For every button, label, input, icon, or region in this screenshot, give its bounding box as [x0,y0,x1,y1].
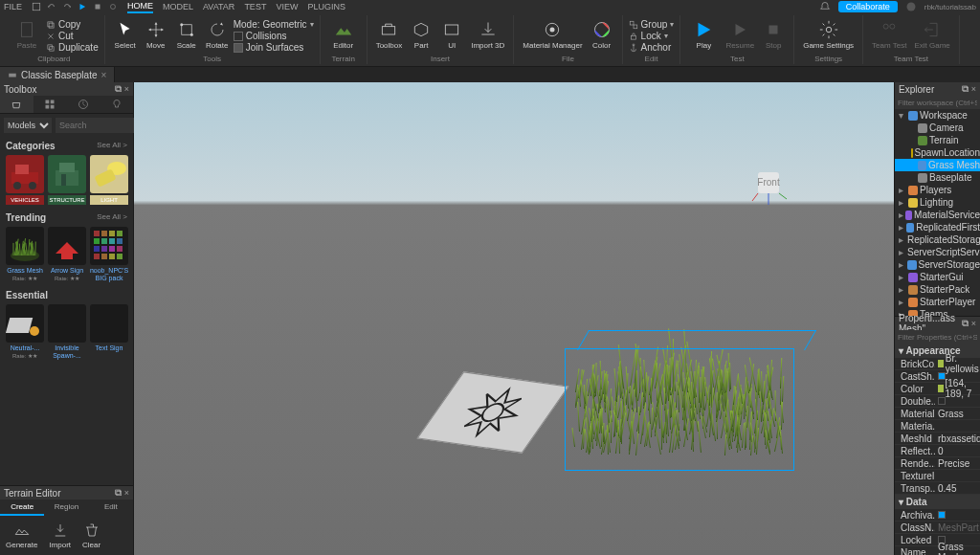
explorer-undock-icon[interactable]: ⧉ [962,83,969,95]
redo-icon[interactable] [62,2,72,11]
essential-asset-2[interactable]: Text Sign [90,304,128,360]
prop-name[interactable]: NameGrass Mesh [895,546,980,555]
creations-tab[interactable] [100,96,133,113]
recent-tab[interactable] [67,96,100,113]
properties-filter-input[interactable] [895,330,980,344]
collisions-toggle[interactable]: Collisions [234,31,314,41]
tree-node-players[interactable]: ▸Players [895,184,980,196]
import-3d-button[interactable]: Import 3D [468,17,507,52]
play-icon[interactable] [78,2,87,11]
prop-classn[interactable]: ClassN...MeshPart [895,522,980,534]
loop-icon[interactable] [108,2,118,11]
anchor-button[interactable]: Anchor [629,42,675,53]
scale-tool[interactable]: Scale [172,17,201,52]
file-menu[interactable]: FILE [4,2,22,11]
prop-meshid[interactable]: MeshIdrbxassetid://76 [895,433,980,445]
explorer-close-icon[interactable]: × [971,84,976,94]
select-tool[interactable]: Select [111,17,140,52]
plugins-tab[interactable]: PLUGINS [307,2,345,11]
prop-brickco[interactable]: BrickCo...Br. yellowis [895,358,980,370]
tree-node-camera[interactable]: Camera [895,122,980,134]
game-settings-button[interactable]: Game Settings [800,17,857,52]
trending-seeall[interactable]: See All > [97,212,127,223]
paste-button[interactable]: Paste [10,17,44,52]
prop-archiva[interactable]: Archiva... [895,509,980,522]
tree-node-materialservice[interactable]: ▸MaterialService [895,209,980,221]
duplicate-button[interactable]: Duplicate [46,42,99,53]
tree-node-lighting[interactable]: ▸Lighting [895,196,980,209]
view-selector[interactable]: Front [750,168,789,207]
explorer-filter-input[interactable] [895,96,980,109]
terrain-import-button[interactable]: Import [49,522,71,549]
3d-viewport[interactable]: Front [134,82,894,555]
home-tab[interactable]: HOME [127,1,153,13]
model-tab[interactable]: MODEL [163,2,193,11]
save-icon[interactable] [32,2,41,11]
tree-node-starterplayer[interactable]: ▸StarterPlayer [895,296,980,308]
properties-undock-icon[interactable]: ⧉ [962,318,969,329]
category-vehicles[interactable]: VEHICLES [6,155,44,205]
prop-rende[interactable]: Rende...Precise [895,457,980,470]
properties-close-icon[interactable]: × [971,319,976,328]
document-tab[interactable]: Classic Baseplate × [0,67,115,82]
inventory-tab[interactable] [33,96,67,113]
tree-node-baseplate[interactable]: Baseplate [895,171,980,184]
terrain-close-icon[interactable]: × [124,488,129,498]
cut-button[interactable]: Cut [46,31,99,41]
tab-close-icon[interactable]: × [100,70,106,80]
data-category[interactable]: ▾ Data [895,495,980,509]
toolbox-button[interactable]: Toolbox [373,17,406,52]
tree-node-serverstorage[interactable]: ▸ServerStorage [895,258,980,271]
rotate-tool[interactable]: Rotate [203,17,232,52]
tree-node-starterpack[interactable]: ▸StarterPack [895,283,980,296]
essential-asset-0[interactable]: Neutral-...Rate: ★★ [6,304,44,360]
prop-materia[interactable]: Materia... [895,420,980,433]
trending-asset-0[interactable]: Grass MeshRate: ★★ [6,227,44,282]
terrain-generate-button[interactable]: Generate [6,522,37,549]
tree-node-replicatedstorage[interactable]: ▸ReplicatedStorage [895,233,980,246]
group-button[interactable]: Group▾ [629,19,675,30]
move-tool[interactable]: Move [142,17,170,52]
prop-textureid[interactable]: TextureID [895,470,980,482]
spawn-location-object[interactable] [416,371,568,453]
terrain-undock-icon[interactable]: ⧉ [115,487,122,499]
essential-asset-1[interactable]: Invisible Spawn-... [48,304,86,360]
prop-color[interactable]: Color[164, 189, 7 [895,383,980,395]
tree-node-startergui[interactable]: ▸StarterGui [895,271,980,283]
marketplace-tab[interactable] [0,96,33,113]
trending-asset-2[interactable]: noob_NPC'S BIG pack [90,227,128,282]
notifications-icon[interactable] [819,1,831,12]
toolbox-undock-icon[interactable]: ⧉ [115,83,122,95]
terrain-create-tab[interactable]: Create [0,500,44,516]
stop-icon[interactable] [93,2,102,11]
tree-node-serverscriptservice[interactable]: ▸ServerScriptService [895,246,980,258]
prop-reflect[interactable]: Reflect...0 [895,445,980,457]
collaborate-button[interactable]: Collaborate [838,1,898,12]
ui-button[interactable]: UI [437,17,466,52]
trending-asset-1[interactable]: Arrow SignRate: ★★ [48,227,86,282]
tree-node-replicatedfirst[interactable]: ▸ReplicatedFirst [895,221,980,233]
toolbox-close-icon[interactable]: × [124,84,129,94]
lock-button[interactable]: Lock▾ [629,31,675,41]
avatar-tab[interactable]: AVATAR [203,2,234,11]
part-button[interactable]: Part [407,17,435,52]
tree-node-spawnlocation[interactable]: SpawnLocation [895,146,980,159]
material-manager-button[interactable]: Material Manager [520,17,585,52]
terrain-edit-tab[interactable]: Edit [89,500,133,516]
terrain-clear-button[interactable]: Clear [82,522,100,549]
category-select[interactable]: Models [4,118,52,133]
copy-button[interactable]: Copy [46,19,99,30]
terrain-editor-button[interactable]: Editor [326,17,361,52]
join-surfaces-toggle[interactable]: Join Surfaces [234,42,314,53]
category-light[interactable]: LIGHT [90,155,128,205]
play-button[interactable]: Play [686,17,721,52]
categories-seeall[interactable]: See All > [97,141,127,151]
undo-icon[interactable] [47,2,56,11]
tree-node-grass-mesh[interactable]: Grass Mesh [895,159,980,171]
prop-transp[interactable]: Transp...0.45 [895,482,980,495]
color-button[interactable]: Color [588,17,616,52]
tree-node-workspace[interactable]: ▾Workspace [895,109,980,122]
mode-select[interactable]: Mode:Geometric▾ [234,19,314,30]
avatar-icon[interactable] [905,1,917,12]
tree-node-terrain[interactable]: Terrain [895,134,980,146]
